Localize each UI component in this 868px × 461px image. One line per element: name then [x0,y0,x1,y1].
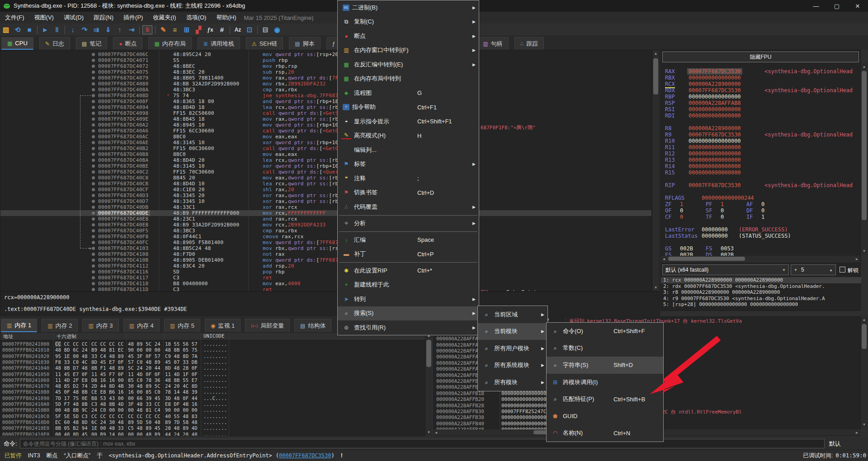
menu-item-二进制B[interactable]: 01二进制(B)▶ [338,0,479,15]
breakpoint-dot-icon[interactable] [92,188,95,191]
menubar-item-选项O[interactable]: 选项(O) [181,12,212,23]
disasm-row[interactable]: 00007FF687DC4117C3ret [0,275,652,281]
register-row[interactable]: R8000000A228900000 [661,125,861,132]
dump-row[interactable]: 00007FFFB0241000CC CC CC CCCC CC CC CC48… [0,341,425,347]
register-row[interactable]: GS002BFS0053 [661,245,861,252]
dump-tab-结构体[interactable]: ▤结构体 [294,319,331,332]
register-value[interactable]: 00007FF687DC3530 [689,182,741,188]
breakpoint-dot-icon[interactable] [92,288,95,291]
breakpoint-dot-icon[interactable] [92,159,95,162]
disasm-row[interactable]: 00007FF687DC40CB48:8D4D 10lea rcx,qword … [0,181,652,187]
breakpoint-dot-icon[interactable] [92,100,95,103]
register-row[interactable]: CF0TF0IF1 [661,214,861,220]
argument-row[interactable]: 5: [rsp+28] 0000000000000000 00000000000… [661,301,861,308]
menubar-item-文件F[interactable]: 文件(F) [0,12,29,23]
argument-row[interactable]: 3: r8 000000A228900000 000000A228900000 [661,289,861,296]
scroll-up-icon[interactable]: ▲ [861,316,868,323]
menubar-item-跟踪N[interactable]: 跟踪(N) [89,12,118,23]
dump-row[interactable]: 00007FFFB024107048 85 D2 742D 44 8D 4B30… [0,383,425,389]
breakpoint-dot-icon[interactable] [92,276,95,279]
dump-tab-内存5[interactable]: ▥内存 5 [164,319,200,332]
disasm-row[interactable]: 00007FF687DC40AC8BC0mov eax,eax [0,134,652,140]
disasm-row[interactable]: 00007FF687DC40C88B45 20mov eax,dword ptr… [0,175,652,181]
disasm-row[interactable]: 00007FF687DC40D748:3345 10xor rax,qword … [0,198,652,204]
menubar-item-插件P[interactable]: 插件(P) [118,12,148,23]
dump-row[interactable]: 00007FFFB024106011 4D 2F E8D8 16 16 0085… [0,377,425,383]
disasm-row[interactable]: 00007FF687DC40F548:3BC3cmp rax,rbx [0,228,652,234]
register-value[interactable]: 00007FF687DC3530 [689,87,741,94]
register-value[interactable]: 0000000000000000 [689,151,741,157]
menu-item-切换书签[interactable]: ⚑切换书签Ctrl+D [338,186,479,200]
breakpoint-dot-icon[interactable] [92,71,95,74]
register-row[interactable]: RDX00007FF687DC3530<synthesia-dbg.Option… [661,87,861,94]
menu-item-补丁[interactable]: ▬补丁Ctrl+P [338,247,479,262]
flag-value[interactable]: 1 [680,201,683,207]
disasm-row[interactable]: 00007FF687DC40BE48:3145 10xor qword ptr … [0,163,652,169]
menubar-item-视图V[interactable]: 视图(V) [29,12,59,23]
step-into-button[interactable]: ↓ [67,24,79,35]
tab-内存布局[interactable]: ▦内存布局 [148,37,191,50]
register-value[interactable]: 0000000000000000 [689,169,741,176]
menu-item-复制C[interactable]: ⧉复制(C)▶ [338,15,479,29]
menu-item-当前区域[interactable]: ⌕当前区域▶ [478,306,547,323]
dump-column-header[interactable]: 十六进制 [57,333,76,340]
register-value[interactable]: 0000000000000000 [689,75,741,81]
spinner-down-icon[interactable]: ▼ [794,268,797,272]
register-value[interactable]: 0000000000000000 [689,113,741,119]
dump-row[interactable]: 00007FFFB024102095 1E 00 4833 C4 48 8945… [0,353,425,359]
disasm-row[interactable]: 00007FF687DC40A248:8945 10mov qword ptr … [0,122,652,128]
scroll-right-icon[interactable]: ► [854,429,860,436]
disasm-row[interactable]: 00007FF687DC40BA48:8D4D 20lea rcx,qword … [0,157,652,163]
disasm-row[interactable]: 00007FF687DC408D75 74▾jne synthesia-dbg.… [0,93,652,99]
flag-value[interactable]: 1 [721,201,724,207]
menu-item-跨模块调用I[interactable]: ⊞跨模块调用(I) [547,374,663,391]
register-row[interactable]: R150000000000000000 [661,169,861,176]
scroll-thumb[interactable] [426,340,431,367]
disasm-row[interactable]: 00007FF687DC410348:8B5C24 48mov rbx,qwor… [0,245,652,251]
tab-SEH链[interactable]: ⚠SEH链 [246,37,283,50]
register-row[interactable]: RCX000000A228900000 [661,81,861,87]
breakpoint-dot-icon[interactable] [92,253,95,256]
clear-button[interactable]: ▞ [193,24,204,35]
tab-笔记[interactable]: ▤笔记 [76,37,107,50]
register-row[interactable]: LastError00000000(ERROR_SUCCESS) [661,226,861,233]
register-row[interactable]: RBP0000000000000000 [661,94,861,100]
breakpoint-dot-icon[interactable] [92,153,95,156]
disasm-row[interactable]: 00007FF687DC40DB48:33C1xor rax,rcx [0,204,652,210]
dump-tab-内存1[interactable]: ▥内存 1 [1,319,37,332]
register-value[interactable]: 00007FF687DC3530 [687,68,742,75]
dump-row[interactable]: 00007FFFB024104048 8B D7 488B F1 48 895C… [0,365,425,371]
unlock-checkbox[interactable] [840,267,845,273]
globe-button[interactable]: ◉ [271,24,283,35]
disassembly-vscrollbar[interactable]: ▲ ▼ [652,50,660,292]
breakpoint-dot-icon[interactable] [92,82,95,85]
registers-pane[interactable]: 隐藏FPU RAX00007FF687DC3530<synthesia-dbg.… [660,50,861,262]
menu-item-在内存窗口中转到F[interactable]: ▥在内存窗口中转到(F)▶ [338,43,479,58]
flag-value[interactable]: 0 [721,207,724,214]
registers-hscrollbar[interactable]: ◄ ► [661,256,860,262]
breakpoint-dot-icon[interactable] [92,141,95,144]
scroll-thumb[interactable] [862,71,867,220]
disasm-row[interactable]: 00007FF687DC40F848:0F44C1cmove rax,rcx [0,234,652,240]
dump-row[interactable]: 00007FFFB02410907D 17 75 0EB8 53 43 0000… [0,395,425,401]
breakpoint-dot-icon[interactable] [92,176,95,179]
disasm-row[interactable]: 00007FF687DC410848:F7D0not rax [0,251,652,257]
dump-tab-内存4[interactable]: ▥内存 4 [123,319,160,332]
disasm-row[interactable]: 00007FF687DC40FC48:8905 F5B01400mov qwor… [0,240,652,245]
register-row[interactable]: R120000000000000000 [661,151,861,157]
tab-跟踪[interactable]: ∴跟踪 [514,37,544,50]
menu-item-代码覆盖[interactable]: ∴代码覆盖▶ [338,200,479,214]
command-input[interactable] [20,439,825,448]
disasm-row[interactable]: 00007FF687DC407548:83EC 20sub rsp,20 [0,69,652,75]
register-row[interactable]: RFLAGS0000000000000244 [661,195,861,201]
register-row[interactable]: RDI0000000000000000 [661,113,861,119]
flag-value[interactable]: 1 [761,214,764,220]
run-to-return-button[interactable]: ⇉ [90,24,102,35]
breakpoint-dot-icon[interactable] [92,170,95,174]
dump-column-header[interactable]: UNICODE [203,333,224,339]
breakpoint-dot-icon[interactable] [92,76,95,80]
menu-item-查找引用R[interactable]: ⊚查找引用(R)▶ [338,320,479,335]
flag-value[interactable]: 0 [721,214,724,220]
disasm-row[interactable]: 00007FF687DC408F48:8365 18 00and qword p… [0,99,652,104]
disasm-row[interactable]: 00007FF687DC409E48:8B45 18mov rax,qword … [0,116,652,122]
